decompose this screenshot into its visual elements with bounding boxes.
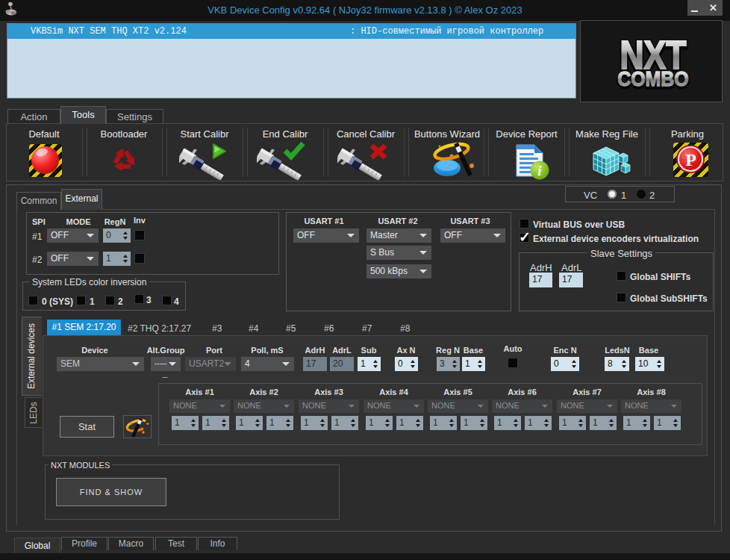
svg-text:i: i [537,163,542,178]
svg-text:COMBO: COMBO [617,67,689,91]
